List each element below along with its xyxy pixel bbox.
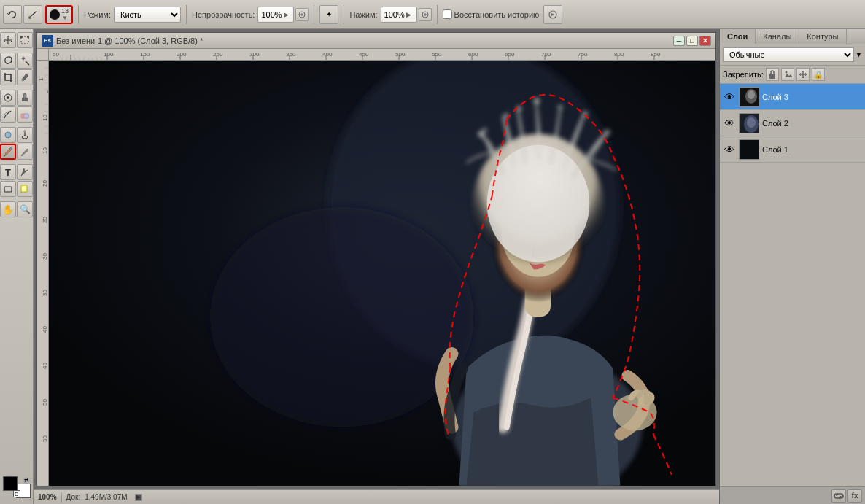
close-btn[interactable]: ✕: [699, 36, 711, 46]
layers-list: 👁 Слой 3 👁: [720, 84, 865, 486]
svg-line-19: [4, 155, 5, 156]
blend-mode-select[interactable]: Обычные Растворение Затемнение Умножение…: [723, 47, 854, 62]
path-select-btn[interactable]: [17, 164, 33, 180]
eyedropper-tool-btn[interactable]: [17, 69, 33, 85]
center-content: Ps Без имени-1 @ 100% (Слой 3, RGB/8) * …: [34, 29, 719, 504]
next-state-btn[interactable]: ▶: [135, 494, 142, 501]
shape-tool-btn[interactable]: [0, 181, 16, 197]
link-layers-btn[interactable]: [831, 489, 846, 503]
brush-size-value: 13: [61, 8, 69, 15]
type-tool-btn[interactable]: T: [0, 164, 16, 180]
svg-text:550: 550: [432, 51, 442, 58]
svg-text:750: 750: [578, 51, 588, 58]
maximize-btn[interactable]: □: [686, 36, 698, 46]
layer-1-name: Слой 1: [762, 145, 862, 154]
foreground-color-swatch[interactable]: [3, 476, 18, 491]
svg-rect-14: [24, 114, 28, 118]
smudge-tool-btn[interactable]: [23, 5, 42, 24]
eraser-tool-btn[interactable]: [17, 106, 33, 123]
fx-btn[interactable]: fx: [847, 489, 862, 503]
svg-text:400: 400: [322, 51, 333, 58]
main-area: T ✋ 🔍 D ⇄: [0, 29, 865, 504]
flow-value[interactable]: 100% ▶: [381, 7, 417, 23]
magic-wand-btn[interactable]: [17, 53, 33, 69]
dodge-tool-btn[interactable]: [17, 127, 33, 143]
layer-item-2[interactable]: 👁 Слой 2: [720, 110, 865, 136]
svg-text:45: 45: [42, 363, 48, 369]
flow-label: Нажим:: [349, 10, 377, 19]
stamp-tool-btn[interactable]: [17, 90, 33, 106]
lock-all-btn[interactable]: 🔒: [812, 68, 825, 81]
canvas-viewport[interactable]: [49, 61, 715, 486]
restore-history-checkbox[interactable]: [443, 9, 452, 19]
lock-transparent-btn[interactable]: [766, 68, 779, 81]
pen-tool-btn[interactable]: [17, 144, 33, 160]
zoom-tool-btn[interactable]: 🔍: [17, 201, 33, 217]
swap-colors-btn[interactable]: ⇄: [23, 477, 30, 484]
svg-point-103: [483, 128, 487, 133]
status-bar: 100% Док: 1.49M/3.07M ▶: [34, 489, 719, 504]
hand-tool-btn[interactable]: ✋: [0, 201, 16, 217]
tool-pair-pen: [0, 144, 33, 160]
move-tool-btn[interactable]: [0, 32, 16, 48]
color-swatches: D ⇄: [3, 476, 31, 498]
history-brush-side-btn[interactable]: [0, 106, 16, 123]
opacity-value[interactable]: 100% ▶: [257, 7, 294, 23]
blur-tool-btn[interactable]: [0, 127, 16, 143]
svg-text:600: 600: [468, 51, 478, 58]
minimize-btn[interactable]: ─: [673, 36, 685, 46]
svg-text:500: 500: [395, 51, 406, 58]
svg-text:35: 35: [42, 290, 48, 296]
default-colors-btn[interactable]: D: [13, 490, 20, 497]
layer-1-visibility[interactable]: 👁: [723, 143, 736, 156]
mode-group: Режим: Кисть Осветление Затемнение: [84, 7, 181, 23]
svg-text:20: 20: [42, 180, 48, 187]
svg-point-112: [785, 71, 787, 74]
crop-tool-btn[interactable]: [0, 69, 16, 85]
lasso-tool-btn[interactable]: [0, 53, 16, 69]
svg-point-106: [534, 98, 540, 104]
window-controls: ─ □ ✕: [673, 36, 711, 46]
paint-bucket-active-btn[interactable]: [0, 144, 16, 160]
panel-tabs: Слои Каналы Контуры: [720, 29, 865, 44]
svg-point-18: [24, 131, 26, 133]
svg-text:650: 650: [505, 51, 515, 58]
notes-tool-btn[interactable]: [17, 181, 33, 197]
svg-rect-21: [4, 187, 12, 192]
restore-history-btn[interactable]: [543, 5, 562, 24]
layer-item-3[interactable]: 👁 Слой 3: [720, 84, 865, 110]
svg-point-16: [22, 136, 28, 139]
svg-text:50: 50: [42, 399, 48, 406]
svg-text:800: 800: [614, 51, 624, 58]
opacity-jitter-btn[interactable]: [295, 8, 309, 21]
top-ruler: 50 100 150 200 250 300 350 400 450 500 5: [49, 49, 715, 61]
sep5: [437, 5, 438, 24]
layer-2-visibility[interactable]: 👁: [723, 117, 736, 130]
layer-item-1[interactable]: 👁 Слой 1: [720, 136, 865, 163]
svg-rect-111: [769, 74, 775, 79]
top-ruler-svg: 50 100 150 200 250 300 350 400 450 500 5: [49, 49, 715, 60]
svg-point-92: [210, 207, 474, 427]
tab-channels[interactable]: Каналы: [756, 29, 799, 44]
history-brush-tool-btn[interactable]: [3, 5, 22, 24]
restore-history-label[interactable]: Восстановить историю: [443, 9, 540, 19]
lock-image-btn[interactable]: [781, 68, 794, 81]
heal-tool-btn[interactable]: [0, 90, 16, 106]
tab-layers[interactable]: Слои: [720, 29, 756, 44]
transform-tool-btn[interactable]: [17, 32, 33, 48]
flow-jitter-btn[interactable]: [419, 8, 432, 21]
tool-pair-blur: [0, 127, 33, 143]
airbrush-btn[interactable]: ✦: [319, 5, 338, 24]
layer-3-visibility[interactable]: 👁: [723, 90, 736, 104]
tool-pair-crop: [0, 69, 33, 85]
ps-icon: Ps: [42, 35, 53, 47]
brush-size-indicator[interactable]: 13 ▼: [45, 5, 73, 24]
svg-text:700: 700: [541, 51, 551, 58]
svg-point-2: [28, 16, 31, 19]
layer-3-name: Слой 3: [762, 93, 862, 101]
tab-paths[interactable]: Контуры: [799, 29, 846, 44]
window-titlebar: Ps Без имени-1 @ 100% (Слой 3, RGB/8) * …: [37, 33, 715, 49]
mode-select[interactable]: Кисть Осветление Затемнение: [114, 7, 181, 23]
lock-position-btn[interactable]: [796, 68, 810, 81]
tool-pair-history: [0, 106, 33, 123]
